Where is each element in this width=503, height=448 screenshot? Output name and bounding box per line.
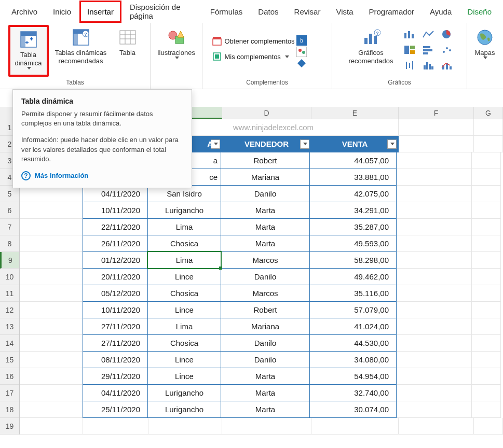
cell-A8[interactable] (20, 235, 83, 252)
cell-venta-6[interactable]: 34.291,00 (309, 202, 397, 219)
cell-vendedor-4[interactable]: Mariana (221, 169, 310, 186)
cell-venta-8[interactable]: 49.593,00 (309, 235, 397, 252)
cell-ciudad-6[interactable]: Lurigancho (147, 202, 221, 219)
row-header-11[interactable]: 11 (0, 285, 19, 302)
cell-A10[interactable] (20, 269, 83, 285)
row-header-10[interactable]: 10 (0, 269, 19, 285)
cell-B19[interactable] (83, 418, 148, 435)
cell-F2[interactable] (399, 136, 474, 152)
people-graph-icon[interactable] (296, 47, 306, 56)
cell-ciudad-8[interactable]: Chosica (147, 235, 221, 252)
cell-A9[interactable] (20, 252, 83, 269)
cell-vendedor-16[interactable]: Marta (221, 368, 310, 385)
cell-F1[interactable] (399, 119, 474, 136)
histogram-chart-icon[interactable] (419, 58, 437, 73)
cell-A17[interactable] (20, 385, 83, 401)
cell-G13[interactable] (472, 318, 501, 335)
row-header-16[interactable]: 16 (0, 368, 19, 385)
cell-fecha-11[interactable]: 05/12/2020 (83, 285, 148, 302)
cell-F6[interactable] (397, 202, 472, 219)
cell-fecha-16[interactable]: 29/11/2020 (83, 368, 148, 385)
cell-G4[interactable] (472, 169, 501, 186)
cell-vendedor-5[interactable]: Danilo (221, 185, 310, 202)
cell-A12[interactable] (20, 302, 83, 318)
cell-G5[interactable] (472, 186, 501, 202)
menu-insertar[interactable]: Insertar (79, 1, 121, 23)
cell-fecha-7[interactable]: 22/11/2020 (83, 218, 148, 235)
cell-ciudad-16[interactable]: Lince (147, 368, 221, 385)
cell-F11[interactable] (397, 285, 472, 302)
table-header-vendedor[interactable]: VENDEDOR (222, 136, 311, 152)
cell-G2[interactable] (474, 136, 503, 152)
row-header-12[interactable]: 12 (0, 302, 19, 318)
menu-formulas[interactable]: Fórmulas (203, 1, 250, 22)
col-header-D[interactable]: D (222, 107, 311, 119)
row-header-13[interactable]: 13 (0, 318, 19, 335)
row-header-14[interactable]: 14 (0, 335, 19, 352)
cell-F16[interactable] (397, 368, 472, 385)
recommended-pivot-button[interactable]: ? Tablas dinámicas recomendadas (51, 25, 111, 77)
row-header-19[interactable]: 19 (0, 418, 19, 435)
cell-F18[interactable] (397, 401, 472, 418)
cell-venta-14[interactable]: 44.530,00 (309, 334, 397, 352)
cell-G18[interactable] (472, 401, 501, 418)
line-chart-icon[interactable] (419, 27, 437, 41)
scatter-chart-icon[interactable] (438, 43, 456, 57)
cell-G10[interactable] (472, 269, 501, 285)
row-header-18[interactable]: 18 (0, 401, 19, 418)
cell-A15[interactable] (20, 352, 83, 368)
cell-E19[interactable] (311, 418, 399, 435)
cell-vendedor-11[interactable]: Marcos (221, 285, 310, 302)
cell-ciudad-18[interactable]: Lurigancho (147, 401, 221, 418)
col-header-E[interactable]: E (311, 107, 399, 119)
cell-venta-7[interactable]: 35.287,00 (309, 218, 397, 235)
cell-ciudad-14[interactable]: Chosica (147, 334, 221, 352)
menu-revisar[interactable]: Revisar (287, 1, 328, 22)
row-header-6[interactable]: 6 (0, 202, 19, 219)
cell-F3[interactable] (397, 152, 472, 169)
col-header-F[interactable]: F (399, 107, 474, 119)
cell-F15[interactable] (397, 352, 472, 368)
cell-ciudad-11[interactable]: Chosica (147, 285, 221, 302)
cell-vendedor-6[interactable]: Marta (221, 202, 310, 219)
row-header-7[interactable]: 7 (0, 219, 19, 235)
illustrations-button[interactable]: Ilustraciones (154, 25, 199, 77)
menu-programador[interactable]: Programador (361, 1, 422, 22)
cell-venta-16[interactable]: 54.954,00 (309, 368, 397, 385)
cell-G7[interactable] (472, 219, 501, 235)
cell-F5[interactable] (397, 186, 472, 202)
cell-vendedor-10[interactable]: Danilo (221, 268, 310, 285)
cell-G16[interactable] (472, 368, 501, 385)
row-header-17[interactable]: 17 (0, 385, 19, 401)
cell-G15[interactable] (472, 352, 501, 368)
cell-fecha-18[interactable]: 25/11/2020 (83, 401, 148, 418)
recommended-charts-button[interactable]: ? Gráficos recomendados (344, 25, 399, 77)
menu-inicio[interactable]: Inicio (46, 1, 78, 22)
cell-venta-12[interactable]: 57.079,00 (309, 301, 397, 318)
cell-ciudad-9[interactable]: Lima (147, 251, 221, 269)
cell-fecha-15[interactable]: 08/11/2020 (83, 351, 148, 368)
cell-vendedor-18[interactable]: Marta (221, 401, 310, 418)
combo-chart-icon[interactable] (438, 58, 456, 73)
filter-dropdown-icon[interactable] (211, 139, 220, 149)
treemap-chart-icon[interactable] (401, 43, 418, 57)
cell-vendedor-12[interactable]: Robert (221, 301, 310, 318)
cell-ciudad-15[interactable]: Lince (147, 351, 221, 368)
cell-venta-3[interactable]: 44.057,00 (309, 152, 397, 169)
cell-F17[interactable] (397, 385, 472, 401)
cell-ciudad-17[interactable]: Lurigancho (147, 384, 221, 401)
cell-A7[interactable] (20, 219, 83, 235)
pivot-table-button[interactable]: Tabla dinámica (8, 25, 49, 77)
cell-G19[interactable] (474, 418, 503, 435)
cell-fecha-17[interactable]: 04/11/2020 (83, 384, 148, 401)
cell-venta-5[interactable]: 42.075,00 (309, 185, 397, 202)
cell-F8[interactable] (397, 235, 472, 252)
cell-venta-9[interactable]: 58.298,00 (309, 251, 397, 269)
cell-vendedor-13[interactable]: Mariana (221, 318, 310, 335)
cell-fecha-13[interactable]: 27/11/2020 (83, 318, 148, 335)
cell-vendedor-3[interactable]: Robert (221, 152, 310, 169)
cell-F10[interactable] (397, 269, 472, 285)
cell-venta-4[interactable]: 33.881,00 (309, 169, 397, 186)
cell-G6[interactable] (472, 202, 501, 219)
row-header-8[interactable]: 8 (0, 235, 19, 252)
